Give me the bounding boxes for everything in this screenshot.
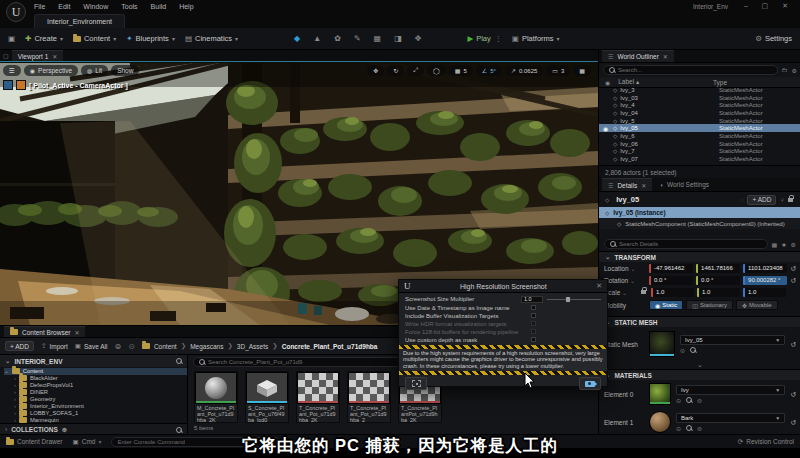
save-all-button[interactable]: ▣Save All <box>75 342 108 350</box>
perspective-button[interactable]: ◉Perspective <box>24 65 78 76</box>
breadcrumb-current[interactable]: Concrete_Plant_Pot_u71d9hba <box>282 343 378 350</box>
details-search-input[interactable]: Search Details <box>604 239 768 249</box>
content-button[interactable]: Content▾ <box>73 34 116 43</box>
expander-row[interactable]: ⌄ <box>599 361 800 369</box>
buffer-targets-checkbox[interactable] <box>531 313 536 318</box>
reset-location-icon[interactable]: ↺ <box>790 265 796 272</box>
static-mesh-section-header[interactable]: ⌄STATIC MESH <box>599 316 800 327</box>
menu-help[interactable]: Help <box>179 3 193 10</box>
animation-mode-icon[interactable]: ✥ <box>415 34 422 43</box>
outliner-row[interactable]: ◇Ivy_4StaticMeshActor <box>599 101 800 109</box>
select-mode-icon[interactable]: ◆ <box>294 34 300 43</box>
favorites-icon[interactable]: ★ <box>781 241 786 248</box>
tree-item-content[interactable]: ⌄Content <box>4 368 187 375</box>
platforms-button[interactable]: ▣Platforms▾ <box>512 34 560 43</box>
mesh-mode-icon[interactable]: ▦ <box>374 34 382 43</box>
reset-rotation-icon[interactable]: ↺ <box>790 277 796 284</box>
minimize-button[interactable]: – <box>744 2 748 9</box>
material-options-icon[interactable]: ⊜ <box>697 397 702 404</box>
lit-button[interactable]: ◍Lit <box>81 65 108 76</box>
breadcrumb-content[interactable]: Content <box>154 343 177 350</box>
scale-label[interactable]: Scale ⌄ <box>604 289 638 296</box>
close-icon[interactable]: ✕ <box>74 329 79 336</box>
location-label[interactable]: Location ⌄ <box>604 265 646 272</box>
eject-pilot-icon[interactable] <box>3 80 13 90</box>
timestamp-checkbox[interactable] <box>531 305 536 310</box>
tree-item[interactable]: ›Interior_Environment <box>4 402 187 409</box>
mobility-movable-button[interactable]: ✥Movable <box>736 300 778 310</box>
tree-item[interactable]: ›LOBBY_SOFAS_1 <box>4 409 187 416</box>
scale-y-field[interactable]: 1.0 <box>697 288 740 297</box>
scale-z-field[interactable]: 1.0 <box>743 288 786 297</box>
close-icon[interactable]: ✕ <box>52 53 57 60</box>
materials-section-header[interactable]: ⌄MATERIALS <box>599 369 800 380</box>
content-browser-tab[interactable]: Content Browser ✕ <box>4 326 85 337</box>
breadcrumb-megascans[interactable]: Megascans <box>190 343 223 350</box>
outliner-row[interactable]: ◇Ivy_5StaticMeshActor <box>599 117 800 125</box>
menu-build[interactable]: Build <box>151 3 167 10</box>
material-thumbnail-bark[interactable] <box>649 411 671 433</box>
outliner-search-input[interactable]: Search... <box>603 65 778 75</box>
material-dropdown[interactable]: Ivy▼ <box>676 385 785 395</box>
search-icon[interactable] <box>176 427 182 433</box>
static-mesh-dropdown[interactable]: Ivy_05▼ <box>680 335 785 345</box>
back-button[interactable]: ⊜ <box>115 342 122 351</box>
transform-section-header[interactable]: ⌄TRANSFORM <box>599 251 800 262</box>
cinematics-button[interactable]: ▤Cinematics▾ <box>185 34 238 43</box>
new-folder-icon[interactable]: 🗀 <box>782 67 788 73</box>
outliner-row-selected[interactable]: ◉◇Ivy_05StaticMeshActor <box>599 124 800 132</box>
close-icon[interactable]: ✕ <box>596 282 602 290</box>
multiplier-value-field[interactable]: 1.0 <box>521 296 543 303</box>
menu-file[interactable]: File <box>34 3 45 10</box>
search-icon[interactable] <box>176 358 182 364</box>
menu-tools[interactable]: Tools <box>121 3 137 10</box>
maximize-button[interactable]: ▢ <box>761 2 768 10</box>
eye-icon[interactable]: ◉ <box>603 125 613 132</box>
mobility-static-button[interactable]: ◉Static <box>649 300 683 310</box>
material-dropdown[interactable]: Bark▼ <box>676 413 785 423</box>
reset-material-icon[interactable]: ↺ <box>790 419 796 426</box>
scale-tool-icon[interactable]: ⤢ <box>407 65 424 76</box>
settings-button[interactable]: ⚙Settings <box>755 34 792 43</box>
add-component-button[interactable]: + ADD <box>747 195 776 205</box>
play-options-icon[interactable]: ⋮ <box>495 35 502 43</box>
material-thumbnail-ivy[interactable] <box>649 383 671 405</box>
scale-lock-icon[interactable] <box>641 290 646 294</box>
label-column-header[interactable]: Label ▴ <box>618 78 639 86</box>
location-y-field[interactable]: 1461.78166 <box>696 264 740 273</box>
viewport-options-button[interactable]: ☰ <box>3 65 21 76</box>
outliner-tab[interactable]: ☰ World Outliner ✕ <box>602 50 674 62</box>
component-row[interactable]: ◇ StaticMeshComponent (StaticMeshCompone… <box>599 218 800 229</box>
translate-tool-icon[interactable]: ✥ <box>367 65 384 76</box>
tree-item[interactable]: ›DINER <box>4 389 187 396</box>
use-selected-icon[interactable]: ⊙ <box>676 425 681 432</box>
camera-count-button[interactable]: ▭3 <box>546 65 570 76</box>
slider-handle[interactable] <box>566 297 570 302</box>
static-mesh-thumbnail[interactable] <box>649 331 675 357</box>
outliner-row[interactable]: ◇Ivy_07StaticMeshActor <box>599 155 800 163</box>
paint-mode-icon[interactable]: ✎ <box>354 34 361 43</box>
level-tab[interactable]: Interior_Environment <box>34 14 125 28</box>
breadcrumb-3d-assets[interactable]: 3D_Assets <box>237 343 268 350</box>
tree-item[interactable]: ›DefectPropsVol1 <box>4 382 187 389</box>
grid-snap-button[interactable]: ▦5 <box>449 65 473 76</box>
close-icon[interactable]: ✕ <box>663 53 668 60</box>
outliner-settings-icon[interactable]: ⚙ <box>792 67 797 74</box>
camera-speed-button[interactable]: ↗0.0625 <box>505 65 543 76</box>
forward-button[interactable]: ⊝ <box>128 342 135 351</box>
reset-static-mesh-icon[interactable]: ↺ <box>790 341 796 348</box>
landscape-mode-icon[interactable]: ▲ <box>313 34 321 43</box>
rotation-y-field[interactable]: 0.0 ° <box>696 276 740 285</box>
menu-window[interactable]: Window <box>83 3 108 10</box>
create-button[interactable]: ✚Create▾ <box>25 34 63 43</box>
import-button[interactable]: ⇪Import <box>41 342 68 350</box>
rotation-z-field[interactable]: 90.000282 ° <box>743 276 787 285</box>
rotate-tool-icon[interactable]: ↻ <box>387 65 404 76</box>
pilot-camera-icon[interactable] <box>16 80 26 90</box>
use-selected-icon[interactable]: ⊙ <box>676 397 681 404</box>
save-icon[interactable]: ▣ <box>8 34 15 43</box>
show-button[interactable]: Show <box>111 65 139 76</box>
sources-header[interactable]: ⌄ INTERIOR_ENV <box>0 355 187 367</box>
scale-x-field[interactable]: 1.0 <box>651 288 694 297</box>
tree-item[interactable]: ›BlackAlder <box>4 375 187 382</box>
